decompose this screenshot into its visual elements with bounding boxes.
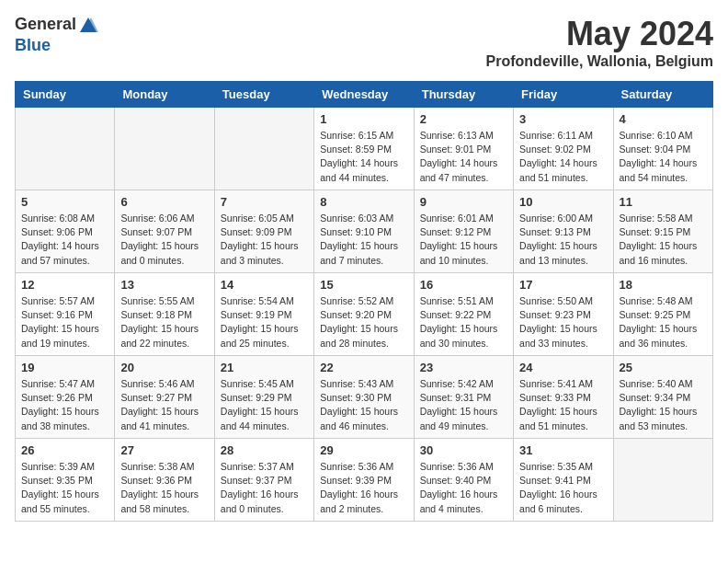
day-info: Sunrise: 5:52 AMSunset: 9:20 PMDaylight:… xyxy=(320,294,407,350)
calendar-cell: 22Sunrise: 5:43 AMSunset: 9:30 PMDayligh… xyxy=(314,356,414,439)
day-info: Sunrise: 6:06 AMSunset: 9:07 PMDaylight:… xyxy=(120,212,208,268)
day-info: Sunrise: 5:50 AMSunset: 9:23 PMDaylight:… xyxy=(519,294,607,350)
day-number: 17 xyxy=(519,278,607,292)
day-number: 1 xyxy=(320,112,407,126)
calendar-cell: 15Sunrise: 5:52 AMSunset: 9:20 PMDayligh… xyxy=(314,273,414,356)
day-number: 13 xyxy=(120,278,208,292)
calendar-week-row: 26Sunrise: 5:39 AMSunset: 9:35 PMDayligh… xyxy=(16,439,713,522)
day-number: 27 xyxy=(120,443,208,457)
day-info: Sunrise: 5:41 AMSunset: 9:33 PMDaylight:… xyxy=(519,377,607,433)
day-number: 19 xyxy=(21,361,108,374)
calendar-cell: 16Sunrise: 5:51 AMSunset: 9:22 PMDayligh… xyxy=(414,273,513,356)
day-number: 6 xyxy=(120,195,208,209)
day-header-wednesday: Wednesday xyxy=(314,82,414,108)
day-number: 5 xyxy=(21,195,108,209)
day-number: 21 xyxy=(221,361,308,374)
day-number: 10 xyxy=(519,195,607,209)
day-number: 28 xyxy=(221,443,308,457)
day-info: Sunrise: 5:47 AMSunset: 9:26 PMDaylight:… xyxy=(21,377,108,433)
day-info: Sunrise: 5:57 AMSunset: 9:16 PMDaylight:… xyxy=(21,294,108,350)
day-info: Sunrise: 5:48 AMSunset: 9:25 PMDaylight:… xyxy=(620,294,707,350)
calendar-cell xyxy=(214,108,313,190)
day-info: Sunrise: 6:15 AMSunset: 8:59 PMDaylight:… xyxy=(320,129,407,185)
day-info: Sunrise: 6:13 AMSunset: 9:01 PMDaylight:… xyxy=(420,129,507,185)
calendar-title: May 2024 xyxy=(486,15,713,53)
day-info: Sunrise: 6:11 AMSunset: 9:02 PMDaylight:… xyxy=(519,129,607,185)
calendar-header-row: SundayMondayTuesdayWednesdayThursdayFrid… xyxy=(16,82,713,108)
calendar-week-row: 19Sunrise: 5:47 AMSunset: 9:26 PMDayligh… xyxy=(16,356,713,439)
day-info: Sunrise: 6:01 AMSunset: 9:12 PMDaylight:… xyxy=(420,212,507,268)
day-info: Sunrise: 6:05 AMSunset: 9:09 PMDaylight:… xyxy=(221,212,308,268)
day-info: Sunrise: 5:35 AMSunset: 9:41 PMDaylight:… xyxy=(519,460,607,516)
day-info: Sunrise: 6:00 AMSunset: 9:13 PMDaylight:… xyxy=(519,212,607,268)
day-number: 11 xyxy=(620,195,707,209)
logo-general: General xyxy=(15,15,98,36)
day-header-monday: Monday xyxy=(115,82,214,108)
day-info: Sunrise: 5:51 AMSunset: 9:22 PMDaylight:… xyxy=(420,294,507,350)
day-header-tuesday: Tuesday xyxy=(214,82,313,108)
day-header-saturday: Saturday xyxy=(613,82,712,108)
calendar-cell: 14Sunrise: 5:54 AMSunset: 9:19 PMDayligh… xyxy=(214,273,313,356)
day-info: Sunrise: 6:10 AMSunset: 9:04 PMDaylight:… xyxy=(620,129,707,185)
day-info: Sunrise: 5:45 AMSunset: 9:29 PMDaylight:… xyxy=(221,377,308,433)
calendar-cell xyxy=(16,108,115,190)
day-number: 24 xyxy=(519,361,607,374)
calendar-cell: 13Sunrise: 5:55 AMSunset: 9:18 PMDayligh… xyxy=(115,273,214,356)
calendar-cell: 12Sunrise: 5:57 AMSunset: 9:16 PMDayligh… xyxy=(16,273,115,356)
day-number: 16 xyxy=(420,278,507,292)
day-header-sunday: Sunday xyxy=(16,82,115,108)
calendar-cell: 26Sunrise: 5:39 AMSunset: 9:35 PMDayligh… xyxy=(16,439,115,522)
day-info: Sunrise: 5:58 AMSunset: 9:15 PMDaylight:… xyxy=(620,212,707,268)
calendar-cell: 6Sunrise: 6:06 AMSunset: 9:07 PMDaylight… xyxy=(115,190,214,273)
title-block: May 2024 Profondeville, Wallonia, Belgiu… xyxy=(486,15,713,70)
day-info: Sunrise: 5:54 AMSunset: 9:19 PMDaylight:… xyxy=(221,294,308,350)
day-info: Sunrise: 6:08 AMSunset: 9:06 PMDaylight:… xyxy=(21,212,108,268)
logo: General Blue xyxy=(15,15,98,55)
day-number: 9 xyxy=(420,195,507,209)
calendar-table: SundayMondayTuesdayWednesdayThursdayFrid… xyxy=(15,81,713,522)
day-info: Sunrise: 5:37 AMSunset: 9:37 PMDaylight:… xyxy=(221,460,308,516)
day-number: 22 xyxy=(320,361,407,374)
calendar-cell: 20Sunrise: 5:46 AMSunset: 9:27 PMDayligh… xyxy=(115,356,214,439)
calendar-cell: 2Sunrise: 6:13 AMSunset: 9:01 PMDaylight… xyxy=(414,108,513,190)
calendar-cell: 4Sunrise: 6:10 AMSunset: 9:04 PMDaylight… xyxy=(613,108,712,190)
calendar-location: Profondeville, Wallonia, Belgium xyxy=(486,53,713,70)
calendar-cell: 21Sunrise: 5:45 AMSunset: 9:29 PMDayligh… xyxy=(214,356,313,439)
calendar-cell: 10Sunrise: 6:00 AMSunset: 9:13 PMDayligh… xyxy=(514,190,613,273)
calendar-cell: 29Sunrise: 5:36 AMSunset: 9:39 PMDayligh… xyxy=(314,439,414,522)
calendar-week-row: 5Sunrise: 6:08 AMSunset: 9:06 PMDaylight… xyxy=(16,190,713,273)
calendar-cell: 1Sunrise: 6:15 AMSunset: 8:59 PMDaylight… xyxy=(314,108,414,190)
calendar-cell: 23Sunrise: 5:42 AMSunset: 9:31 PMDayligh… xyxy=(414,356,513,439)
day-number: 12 xyxy=(21,278,108,292)
calendar-cell: 31Sunrise: 5:35 AMSunset: 9:41 PMDayligh… xyxy=(514,439,613,522)
logo-blue-text: Blue xyxy=(15,36,51,54)
calendar-cell: 30Sunrise: 5:36 AMSunset: 9:40 PMDayligh… xyxy=(414,439,513,522)
calendar-cell xyxy=(115,108,214,190)
calendar-cell: 8Sunrise: 6:03 AMSunset: 9:10 PMDaylight… xyxy=(314,190,414,273)
calendar-cell: 18Sunrise: 5:48 AMSunset: 9:25 PMDayligh… xyxy=(613,273,712,356)
calendar-cell: 28Sunrise: 5:37 AMSunset: 9:37 PMDayligh… xyxy=(214,439,313,522)
day-number: 29 xyxy=(320,443,407,457)
calendar-cell: 9Sunrise: 6:01 AMSunset: 9:12 PMDaylight… xyxy=(414,190,513,273)
day-number: 30 xyxy=(420,443,507,457)
day-info: Sunrise: 5:36 AMSunset: 9:40 PMDaylight:… xyxy=(420,460,507,516)
calendar-cell xyxy=(613,439,712,522)
calendar-cell: 11Sunrise: 5:58 AMSunset: 9:15 PMDayligh… xyxy=(613,190,712,273)
day-number: 23 xyxy=(420,361,507,374)
calendar-cell: 19Sunrise: 5:47 AMSunset: 9:26 PMDayligh… xyxy=(16,356,115,439)
day-number: 8 xyxy=(320,195,407,209)
day-number: 7 xyxy=(221,195,308,209)
day-header-thursday: Thursday xyxy=(414,82,513,108)
day-number: 14 xyxy=(221,278,308,292)
day-info: Sunrise: 5:40 AMSunset: 9:34 PMDaylight:… xyxy=(620,377,707,433)
calendar-cell: 3Sunrise: 6:11 AMSunset: 9:02 PMDaylight… xyxy=(514,108,613,190)
day-info: Sunrise: 5:39 AMSunset: 9:35 PMDaylight:… xyxy=(21,460,108,516)
day-number: 26 xyxy=(21,443,108,457)
day-number: 15 xyxy=(320,278,407,292)
calendar-cell: 5Sunrise: 6:08 AMSunset: 9:06 PMDaylight… xyxy=(16,190,115,273)
calendar-cell: 24Sunrise: 5:41 AMSunset: 9:33 PMDayligh… xyxy=(514,356,613,439)
day-number: 20 xyxy=(120,361,208,374)
day-info: Sunrise: 5:38 AMSunset: 9:36 PMDaylight:… xyxy=(120,460,208,516)
day-info: Sunrise: 5:36 AMSunset: 9:39 PMDaylight:… xyxy=(320,460,407,516)
calendar-week-row: 12Sunrise: 5:57 AMSunset: 9:16 PMDayligh… xyxy=(16,273,713,356)
